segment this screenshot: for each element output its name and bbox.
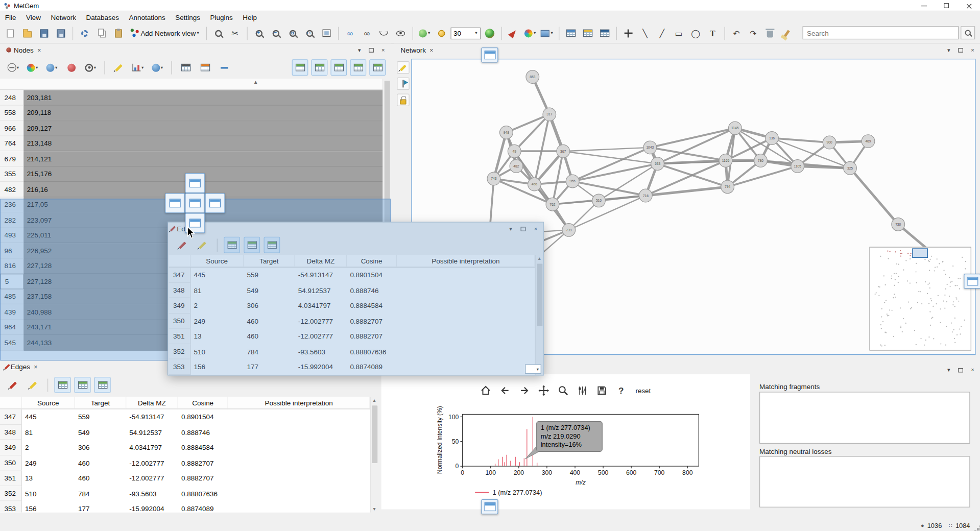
clip-button[interactable]: ✂ [227,26,243,41]
line-tool-button[interactable]: ╲ [637,26,653,41]
menu-help[interactable]: Help [237,12,261,22]
dock-float-button[interactable] [366,45,376,54]
titlebar[interactable]: MetGem [0,0,980,11]
matching-fragments-list[interactable] [759,392,970,444]
export-image-button[interactable]: ▾ [539,26,555,41]
menu-view[interactable]: View [21,12,46,22]
scrollbar-thumb[interactable] [372,405,377,463]
network-edge[interactable] [563,148,650,151]
node-chart-button[interactable]: ▾ [130,59,147,76]
network-node[interactable]: 1145 [728,122,742,135]
network-node[interactable]: 317 [543,108,556,121]
dock-menu-button[interactable]: ▾ [944,45,954,54]
dock-indicator-top[interactable] [185,173,205,193]
edges-table-row[interactable]: 3488154954.9125370.888746 [169,283,535,298]
pan-tool-button[interactable] [620,26,636,41]
help-button[interactable]: ? [614,383,629,398]
network-edge[interactable] [650,128,735,148]
pan-button[interactable] [536,383,551,398]
show-db-results-button[interactable] [330,59,347,76]
network-minimap[interactable] [869,247,971,350]
tab-close-icon[interactable]: × [429,46,433,53]
palette-button[interactable]: ▾ [522,26,538,41]
network-edge[interactable] [506,114,549,132]
floating-edges-window[interactable]: Edges ▾ × SourceTargetDelta MZCosinePoss… [168,222,544,375]
tab-close-icon[interactable]: × [34,364,37,370]
network-node[interactable]: 325 [844,161,857,175]
undo-button[interactable]: ↶ [729,26,745,41]
network-node[interactable]: 762 [546,198,559,211]
menu-settings[interactable]: Settings [170,12,205,22]
network-edge[interactable] [572,164,657,181]
edges-column-header[interactable]: Target [244,255,295,267]
dock-indicator-edge-bottom[interactable] [481,499,498,514]
flag-button[interactable] [397,78,409,90]
clean-button[interactable] [779,26,795,41]
edges-table-row[interactable]: 34923064.03417970.8884584 [169,298,535,313]
matching-neutral-losses-list[interactable] [759,456,970,507]
network-node[interactable]: 533 [651,157,664,171]
network-edge[interactable] [569,196,646,230]
edges-column-header[interactable]: Source [190,255,244,267]
network-edge[interactable] [728,166,798,187]
zoom-out-button[interactable] [268,26,284,41]
view-options-button[interactable]: ▾ [150,59,166,76]
node-color-button[interactable]: ▾ [25,59,41,76]
network-node[interactable]: 1165 [719,154,732,167]
pin-button[interactable] [506,26,521,41]
edges-table-view-1-button[interactable] [54,377,70,393]
show-neutral-losses-button[interactable] [312,59,328,76]
network-edge[interactable] [850,168,898,224]
tab-nodes[interactable]: Nodes × [3,45,45,55]
dock-float-button[interactable] [518,224,529,233]
edges-column-header[interactable]: Delta MZ [126,397,178,408]
dock-indicator-edge-top[interactable] [481,47,498,62]
screenshot-button[interactable] [210,26,226,41]
scroll-up-icon[interactable]: ▲ [536,256,543,261]
network-node[interactable]: 1043 [643,141,657,154]
fullscreen-button[interactable] [319,26,334,41]
dock-close-button[interactable]: × [378,45,388,54]
edges-column-header[interactable]: Cosine [178,397,228,408]
show-group-columns-button[interactable] [350,59,366,76]
network-node[interactable]: 780 [754,154,768,167]
tab-close-icon[interactable]: × [37,46,41,53]
edges-table-scrollbar[interactable]: ▲ ▼ [370,397,378,512]
forward-button[interactable] [517,383,532,398]
save-project-button[interactable] [36,26,52,41]
network-node[interactable]: 853 [526,70,539,84]
highlight-edges-yellow-button[interactable] [25,377,41,393]
arrow-tool-button[interactable]: ╱ [654,26,670,41]
dock-close-button[interactable]: × [968,366,978,374]
copy-button[interactable] [94,26,110,41]
scroll-down-icon[interactable]: ▼ [371,507,378,512]
minimize-button[interactable] [913,0,935,11]
delete-button[interactable] [762,26,778,41]
network-node[interactable]: 716 [639,189,652,202]
edges-table-row[interactable]: 350249460-12.0027770.8882707 [0,455,370,471]
network-node[interactable]: 730 [892,218,905,231]
network-edge[interactable] [514,114,549,151]
edges-column-header[interactable]: Possible interpretation [228,397,370,408]
floating-window-titlebar[interactable]: Edges [168,223,543,235]
nodes-table-row[interactable]: 248203,181 [0,90,383,105]
tab-edges[interactable]: Edges × [3,362,41,372]
annotate-pen-button[interactable] [397,61,409,74]
tab-network[interactable]: Network × [397,45,437,55]
edges-column-header[interactable]: Target [75,397,126,408]
export-metadata-button[interactable] [563,26,579,41]
add-network-view-button[interactable]: Add Network view ▾ [128,26,202,41]
remove-nodes-button[interactable]: ▾ [5,59,21,76]
spectrum-plot[interactable]: 0100200300400500600700800050100Normalize… [381,401,750,510]
open-project-button[interactable] [19,26,35,41]
edges-table-view-3-button[interactable] [264,237,280,253]
network-node[interactable]: 469 [862,135,875,148]
edges-table-view-2-button[interactable] [75,377,91,393]
menu-network[interactable]: Network [46,12,81,22]
dock-menu-button[interactable]: ▾ [506,224,516,233]
network-edge[interactable] [553,201,599,204]
paste-button[interactable] [111,26,127,41]
network-node[interactable]: 743 [487,172,500,185]
menu-databases[interactable]: Databases [81,12,124,22]
link-selection-button[interactable]: ∞ [342,26,358,41]
